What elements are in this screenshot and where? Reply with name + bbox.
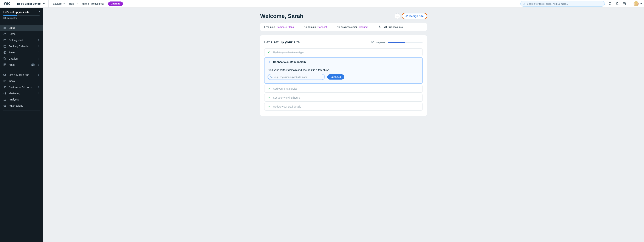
setup-progress: 4/8 completed: [371, 41, 423, 44]
setup-panel: Let's set up your site 4/8 completed Upd…: [260, 35, 427, 116]
pencil-icon: [405, 15, 408, 17]
setup-step-done[interactable]: Update your staff details: [264, 103, 423, 110]
top-utility-icons: [608, 1, 644, 6]
upgrade-button[interactable]: Upgrade: [108, 2, 123, 6]
nav-help[interactable]: Help: [67, 1, 80, 6]
main-content: Welcome, Sarah Design Site: [43, 8, 644, 242]
nav-hire-label: Hire a Professional: [82, 2, 104, 5]
compare-plans-link[interactable]: Compare Plans: [276, 26, 294, 28]
sidebar-item-label: Setup: [8, 26, 40, 29]
account-menu[interactable]: [634, 1, 642, 6]
page-title: Welcome, Sarah: [260, 13, 303, 19]
site-status-bar: Free plan Compare Plans No domain Connec…: [260, 22, 427, 31]
nav-help-label: Help: [69, 2, 74, 5]
sidebar-item-label: Booking Calendar: [8, 45, 36, 48]
setup-step-done[interactable]: Add your first service: [264, 85, 423, 92]
sidebar-item-apps[interactable]: Apps2: [0, 62, 43, 68]
chevron-right-icon: [38, 39, 40, 41]
sidebar-item-home[interactable]: Home: [0, 31, 43, 37]
sidebar-item-marketing[interactable]: Marketing: [0, 90, 43, 96]
sidebar-item-setup[interactable]: Setup: [0, 25, 43, 31]
home-icon: [3, 32, 6, 36]
svg-rect-16: [4, 65, 5, 66]
svg-point-20: [4, 86, 5, 87]
list-icon: [3, 26, 6, 29]
top-nav: Explore Help Hire a Professional Upgrade: [48, 1, 123, 6]
gear-icon: [378, 26, 381, 28]
sidebar-item-booking-calendar[interactable]: Booking Calendar: [0, 43, 43, 49]
connect-domain-link[interactable]: Connect: [317, 26, 327, 28]
devices-icon: [3, 74, 6, 76]
wix-logo[interactable]: WiX: [0, 0, 14, 8]
calendar-icon: [3, 45, 6, 48]
step-label: Update your business type: [273, 51, 304, 54]
svg-rect-15: [5, 64, 6, 64]
step-label: Set your working hours: [273, 96, 300, 99]
chevron-right-icon: [38, 52, 40, 54]
sidebar-badge: 2: [31, 64, 35, 66]
global-search[interactable]: [520, 1, 605, 6]
chevron-down-icon: [63, 3, 64, 5]
edit-business-info-label: Edit Business Info: [382, 26, 403, 28]
sidebar-item-label: Getting Paid: [8, 39, 36, 42]
divider: [373, 25, 373, 28]
sidebar-progress-bar: [3, 15, 40, 16]
chevron-right-icon: [38, 64, 40, 66]
bullet-icon: [268, 62, 270, 62]
sidebar-item-label: Automations: [8, 104, 40, 107]
setup-step-done[interactable]: Update your business type: [264, 48, 423, 56]
sidebar-item-automations[interactable]: Automations: [0, 102, 43, 109]
site-switcher[interactable]: Bell's Ballet School: [14, 0, 48, 8]
sidebar-item-customers-leads[interactable]: Customers & Leads: [0, 84, 43, 90]
more-actions-button[interactable]: [395, 13, 400, 19]
divider: [630, 2, 630, 6]
step-description: Find your perfect domain and secure it i…: [268, 68, 419, 72]
bell-icon[interactable]: [616, 2, 619, 6]
check-icon: [268, 88, 270, 90]
sidebar-progress-text: 3/8 completed: [3, 17, 40, 20]
global-search-input[interactable]: [527, 2, 602, 5]
svg-rect-7: [4, 28, 6, 29]
setup-panel-title: Let's set up your site: [264, 40, 300, 44]
check-icon: [268, 96, 270, 99]
automation-icon: [3, 104, 6, 107]
wix-logo-text: WiX: [4, 2, 10, 6]
chevron-down-icon: [43, 3, 45, 5]
svg-point-0: [523, 3, 525, 4]
svg-line-1: [525, 4, 526, 5]
connect-email-link[interactable]: Connect: [359, 26, 368, 28]
sidebar-item-label: Sales: [8, 51, 36, 54]
sidebar-item-inbox[interactable]: Inbox: [0, 78, 43, 84]
sidebar-item-getting-paid[interactable]: Getting Paid: [0, 37, 43, 43]
domain-search[interactable]: [268, 74, 324, 80]
email-label: No business email: [337, 26, 357, 28]
domain-search-input[interactable]: [274, 76, 322, 78]
svg-point-22: [396, 16, 397, 16]
sidebar-item-sales[interactable]: Sales: [0, 49, 43, 56]
design-site-button[interactable]: Design Site: [402, 13, 427, 19]
svg-rect-18: [4, 74, 6, 76]
nav-hire-professional[interactable]: Hire a Professional: [80, 1, 106, 6]
sidebar-setup-card[interactable]: Let's set up your site 3/8 completed: [0, 8, 43, 21]
chat-icon[interactable]: [608, 2, 612, 6]
edit-business-info-button[interactable]: Edit Business Info: [378, 26, 403, 28]
sidebar-item-site-mobile-app[interactable]: Site & Mobile App: [0, 72, 43, 78]
sidebar-item-catalog[interactable]: Catalog: [0, 56, 43, 62]
setup-step-done[interactable]: Set your working hours: [264, 94, 423, 102]
nav-explore[interactable]: Explore: [51, 1, 66, 6]
svg-point-13: [4, 58, 4, 58]
sidebar-setup-title: Let's set up your site: [3, 11, 40, 14]
svg-rect-5: [4, 27, 6, 27]
chevron-right-icon: [38, 58, 40, 60]
lets-go-button[interactable]: Let's Go: [327, 74, 344, 80]
svg-rect-2: [623, 2, 626, 5]
news-icon[interactable]: [622, 2, 626, 6]
svg-point-26: [271, 76, 272, 78]
sidebar-item-analytics[interactable]: Analytics: [0, 96, 43, 102]
chevron-right-icon: [38, 10, 40, 12]
setup-progress-text: 4/8 completed: [371, 41, 386, 44]
dollar-icon: [3, 51, 6, 54]
svg-rect-14: [4, 64, 5, 64]
chevron-right-icon: [38, 46, 40, 47]
search-icon: [270, 76, 273, 78]
